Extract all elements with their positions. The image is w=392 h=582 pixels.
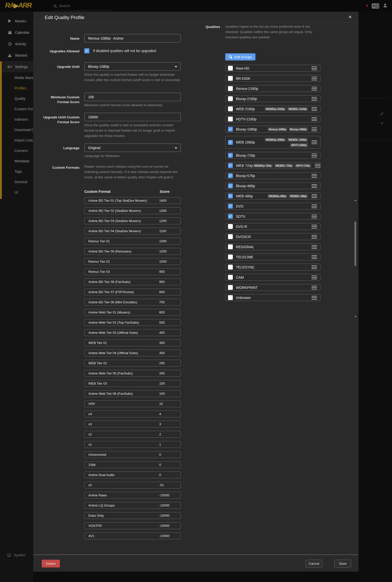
upgrades-allowed-checkbox[interactable] [84, 48, 89, 53]
quality-row[interactable]: WORKPRINT [225, 284, 320, 291]
until-cfs-input[interactable] [84, 113, 181, 121]
settings-submenu-item[interactable]: Custom Formats [0, 104, 33, 114]
drag-handle-icon[interactable] [312, 87, 317, 90]
drag-handle-icon[interactable] [312, 235, 317, 239]
save-button[interactable]: Save [334, 560, 351, 568]
quality-row[interactable]: DVD-R [225, 223, 320, 230]
drag-handle-icon[interactable] [312, 97, 317, 101]
quality-checkbox[interactable] [228, 224, 233, 229]
drag-handle-icon[interactable] [312, 77, 317, 80]
quality-checkbox[interactable] [228, 265, 233, 270]
user-icon[interactable] [383, 3, 387, 9]
quality-row[interactable]: DVD [225, 203, 320, 210]
settings-submenu-item[interactable]: Tags [0, 166, 33, 177]
translate-icon[interactable]: A文 [372, 3, 379, 9]
quality-row[interactable]: Bluray-576p [225, 172, 320, 179]
settings-submenu-item[interactable]: Download Clients [0, 124, 33, 135]
settings-submenu-item[interactable]: UI [0, 187, 33, 197]
quality-checkbox[interactable] [228, 295, 233, 300]
drag-handle-icon[interactable] [312, 245, 317, 249]
cancel-button[interactable]: Cancel [305, 560, 322, 568]
quality-row[interactable]: Unknown [225, 294, 320, 301]
settings-submenu-item[interactable]: Media Management [0, 72, 33, 83]
quality-row[interactable]: SDTV [225, 213, 320, 220]
quality-row[interactable]: Remux-2160p [225, 85, 320, 92]
settings-submenu-item[interactable]: Profiles [0, 83, 33, 93]
scrollbar-up-arrow[interactable] [354, 200, 357, 201]
settings-submenu-item[interactable]: Connect [0, 145, 33, 156]
scrollbar-down-arrow[interactable] [354, 316, 357, 317]
search-field[interactable] [53, 4, 110, 11]
quality-row[interactable]: DVDSCR [225, 233, 320, 240]
quality-checkbox[interactable] [228, 153, 233, 158]
quality-row[interactable]: REGIONAL [225, 243, 320, 250]
quality-checkbox[interactable] [228, 66, 233, 71]
quality-checkbox[interactable] [228, 76, 233, 81]
min-cfs-input[interactable] [84, 93, 181, 101]
quality-row[interactable]: HDTV-2160p [225, 116, 320, 122]
quality-checkbox[interactable] [228, 285, 233, 290]
name-input[interactable] [84, 34, 181, 42]
quality-checkbox[interactable] [228, 234, 233, 239]
drag-handle-icon[interactable] [312, 255, 317, 259]
quality-row[interactable]: WEB 720p WEBRip-720pWEBDL-720pHDTV-720p [225, 162, 320, 169]
sidebar-item-system[interactable]: System [0, 552, 33, 558]
language-select[interactable]: Original [84, 144, 181, 152]
close-icon[interactable]: ✕ [348, 14, 352, 20]
edit-groups-button[interactable]: Edit Groups [225, 53, 255, 60]
quality-row[interactable]: Bluray-2160p [225, 95, 320, 102]
drag-handle-icon[interactable] [312, 215, 317, 218]
drag-handle-icon[interactable] [312, 225, 317, 228]
settings-submenu-item[interactable]: Indexers [0, 114, 33, 124]
settings-submenu-item[interactable]: Import Lists [0, 135, 33, 145]
drag-handle-icon[interactable] [312, 140, 317, 144]
quality-row[interactable]: WEB 480p WEBRip-480pWEBDL-480p [225, 193, 320, 199]
drag-handle-icon[interactable] [312, 128, 317, 131]
drag-handle-icon[interactable] [312, 67, 317, 70]
drag-handle-icon[interactable] [312, 107, 317, 111]
scrollbar-thumb[interactable] [354, 222, 356, 266]
quality-row[interactable]: WEB 2160p WEBRip-2160pWEBDL-2160p [225, 105, 320, 112]
quality-row[interactable]: Bluray-480p [225, 182, 320, 189]
delete-button[interactable]: Delete [42, 560, 60, 568]
search-input[interactable] [59, 4, 107, 8]
quality-checkbox[interactable] [228, 173, 233, 178]
upgrade-until-select[interactable]: Bluray-1080p [84, 62, 181, 71]
settings-submenu-item[interactable]: Quality [0, 93, 33, 104]
settings-submenu-item[interactable]: General [0, 177, 33, 187]
donate-heart-icon[interactable]: ♥ [366, 3, 368, 8]
quality-checkbox[interactable] [228, 214, 233, 219]
sidebar-item-activity[interactable]: Activity [0, 38, 33, 50]
quality-checkbox[interactable] [228, 255, 233, 259]
quality-checkbox[interactable] [228, 204, 233, 209]
sidebar-item-wanted[interactable]: Wanted [0, 50, 33, 61]
drag-handle-icon[interactable] [312, 154, 317, 157]
drag-handle-icon[interactable] [312, 174, 317, 178]
drag-handle-icon[interactable] [315, 164, 320, 167]
quality-row[interactable]: TELESYNC [225, 264, 320, 271]
sidebar-item-calendar[interactable]: Calendar [0, 27, 33, 38]
quality-checkbox[interactable] [228, 106, 233, 111]
drag-handle-icon[interactable] [312, 205, 317, 208]
quality-checkbox[interactable] [228, 86, 233, 91]
sidebar-item-movies[interactable]: Movies [0, 15, 33, 27]
quality-row[interactable]: Raw-HD [225, 65, 320, 72]
quality-checkbox[interactable] [228, 194, 233, 198]
quality-checkbox[interactable] [228, 183, 233, 188]
quality-row[interactable]: Bluray-720p [225, 152, 320, 159]
quality-checkbox[interactable] [228, 275, 233, 280]
radarr-logo[interactable]: RA▶ARR [5, 2, 31, 9]
drag-handle-icon[interactable] [312, 286, 317, 289]
quality-row[interactable]: WEB 1080p WEBRip-1080pWEBDL-1080pHDTV-10… [225, 136, 320, 149]
drag-handle-icon[interactable] [312, 296, 317, 300]
settings-submenu-item[interactable]: Metadata [0, 156, 33, 166]
drag-handle-icon[interactable] [312, 117, 317, 121]
quality-row[interactable]: CAM [225, 274, 320, 281]
quality-checkbox[interactable] [228, 96, 233, 101]
drag-handle-icon[interactable] [312, 265, 317, 269]
quality-checkbox[interactable] [228, 140, 233, 145]
drag-handle-icon[interactable] [312, 276, 317, 279]
quality-row[interactable]: BR-DISK [225, 75, 320, 82]
quality-checkbox[interactable] [228, 244, 233, 249]
sidebar-item-settings[interactable]: ⚙⚙ Settings [0, 61, 33, 72]
